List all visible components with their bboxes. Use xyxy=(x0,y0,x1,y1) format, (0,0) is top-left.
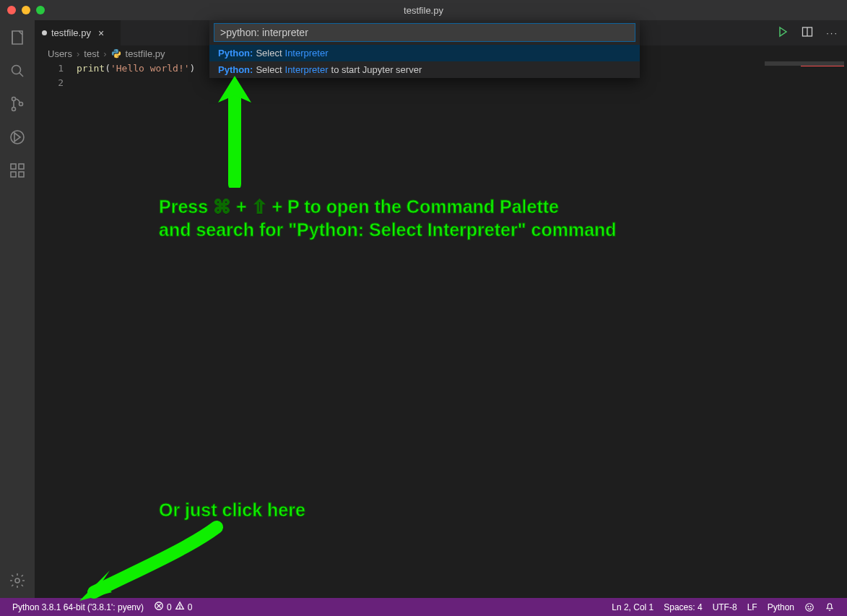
breadcrumb-seg[interactable]: test xyxy=(84,48,99,59)
annotation-arrow-bottom xyxy=(72,520,224,607)
close-window-button[interactable] xyxy=(7,6,16,14)
breadcrumb-seg[interactable]: testfile.py xyxy=(126,48,165,59)
status-indent[interactable]: Spaces: 4 xyxy=(659,602,707,612)
activity-bar xyxy=(0,20,35,598)
window-title: testfile.py xyxy=(404,5,443,16)
dirty-indicator-icon xyxy=(42,30,47,35)
source-control-icon[interactable] xyxy=(7,94,27,114)
svg-point-19 xyxy=(808,606,809,607)
python-file-icon xyxy=(111,48,121,58)
svg-point-18 xyxy=(806,603,814,611)
search-icon[interactable] xyxy=(7,61,27,81)
chevron-right-icon: › xyxy=(77,48,79,59)
annotation-arrow-top xyxy=(209,72,267,188)
annotation-text-top: Press ⌘ + ⇧ + P to open the Command Pale… xyxy=(159,195,617,241)
breadcrumb-seg[interactable]: Users xyxy=(48,48,72,59)
explorer-icon[interactable] xyxy=(7,27,27,48)
tab-testfile[interactable]: testfile.py × xyxy=(35,20,121,45)
tab-label: testfile.py xyxy=(51,27,91,38)
svg-point-3 xyxy=(12,108,16,111)
close-tab-icon[interactable]: × xyxy=(98,27,104,39)
more-actions-icon[interactable]: ··· xyxy=(826,27,838,38)
svg-rect-9 xyxy=(19,172,24,177)
status-eol[interactable]: LF xyxy=(742,602,763,612)
command-palette-list: Python: Select Interpreter Python: Selec… xyxy=(209,45,640,78)
svg-point-0 xyxy=(12,66,21,74)
code-editor[interactable]: 1 2 print('Hello world!') xyxy=(35,61,847,598)
zoom-window-button[interactable] xyxy=(36,6,45,14)
palette-item-select-interpreter[interactable]: Python: Select Interpreter xyxy=(209,45,640,61)
command-palette-input[interactable] xyxy=(214,23,635,42)
svg-line-1 xyxy=(19,73,23,77)
svg-rect-8 xyxy=(11,172,16,177)
svg-point-20 xyxy=(810,606,811,607)
status-language[interactable]: Python xyxy=(763,602,799,612)
debug-icon[interactable] xyxy=(7,127,27,147)
status-cursor[interactable]: Ln 2, Col 1 xyxy=(607,602,659,612)
svg-point-10 xyxy=(15,578,19,583)
annotation-text-bottom: Or just click here xyxy=(159,498,305,521)
command-palette: Python: Select Interpreter Python: Selec… xyxy=(209,20,640,78)
minimap[interactable] xyxy=(760,61,847,598)
settings-gear-icon[interactable] xyxy=(7,571,27,591)
status-bell-icon[interactable] xyxy=(820,602,840,612)
run-file-icon[interactable] xyxy=(777,26,789,40)
status-encoding[interactable]: UTF-8 xyxy=(708,602,742,612)
svg-rect-7 xyxy=(19,164,24,169)
palette-item-select-interpreter-jupyter[interactable]: Python: Select Interpreter to start Jupy… xyxy=(209,61,640,78)
line-number: 1 xyxy=(35,61,64,76)
split-editor-icon[interactable] xyxy=(802,26,813,40)
svg-point-4 xyxy=(19,103,23,106)
line-gutter: 1 2 xyxy=(35,61,77,598)
editor-actions: ··· xyxy=(768,20,847,45)
status-feedback-icon[interactable] xyxy=(799,602,820,612)
svg-point-5 xyxy=(11,131,24,144)
line-number: 2 xyxy=(35,76,64,90)
svg-rect-6 xyxy=(11,164,16,169)
svg-point-17 xyxy=(179,607,180,608)
window-controls xyxy=(7,6,45,14)
svg-point-2 xyxy=(12,97,16,101)
titlebar: testfile.py xyxy=(0,0,847,20)
editor-group: testfile.py × ··· Users › test › testfil… xyxy=(35,20,847,598)
chevron-right-icon: › xyxy=(103,48,106,59)
extensions-icon[interactable] xyxy=(7,160,27,181)
minimize-window-button[interactable] xyxy=(22,6,30,14)
